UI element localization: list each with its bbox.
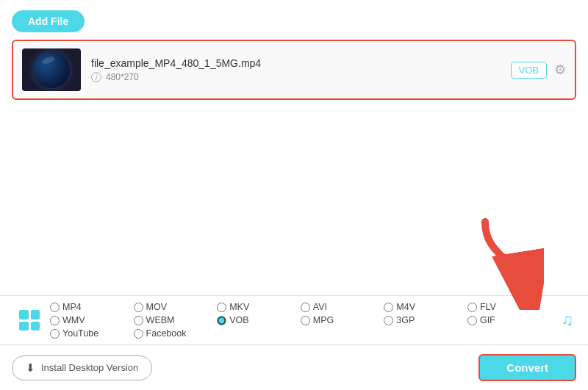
file-list-area: file_example_MP4_480_1_5MG.mp4 i 480*270… [12, 40, 576, 100]
format-badge[interactable]: VOB [511, 62, 547, 79]
radio-flv[interactable]: FLV [467, 302, 551, 312]
install-label: Install Desktop Version [41, 362, 138, 373]
file-actions: VOB ⚙ [511, 62, 566, 79]
format-icon [15, 306, 44, 335]
app-container: Add File file_example_MP4_480_1_5MG.mp4 … [0, 0, 588, 390]
radio-3gp[interactable]: 3GP [384, 315, 467, 325]
top-bar: Add File [0, 0, 588, 40]
radio-gif[interactable]: GIF [467, 315, 551, 325]
radio-avi[interactable]: AVI [301, 302, 384, 312]
add-file-button[interactable]: Add File [12, 10, 85, 32]
radio-mkv[interactable]: MKV [217, 302, 301, 312]
radio-m4v[interactable]: M4V [384, 302, 467, 312]
info-icon[interactable]: i [91, 72, 101, 82]
file-resolution: 480*270 [106, 72, 139, 82]
grid-icon [19, 310, 40, 331]
download-icon: ⬇ [26, 361, 35, 375]
install-desktop-button[interactable]: ⬇ Install Desktop Version [12, 355, 152, 380]
file-item: file_example_MP4_480_1_5MG.mp4 i 480*270… [13, 41, 575, 98]
radio-options: MP4 MOV MKV AVI M4V FLV [50, 302, 551, 339]
file-meta: i 480*270 [91, 72, 501, 82]
radio-mp4[interactable]: MP4 [50, 302, 134, 312]
gear-icon[interactable]: ⚙ [554, 62, 566, 78]
file-info: file_example_MP4_480_1_5MG.mp4 i 480*270 [91, 57, 501, 82]
thumbnail-image [33, 51, 70, 88]
music-note-icon: ♫ [562, 311, 574, 330]
radio-facebook[interactable]: Facebook [134, 328, 218, 339]
bottom-bar: ⬇ Install Desktop Version Convert [0, 344, 588, 390]
radio-wmv[interactable]: WMV [50, 315, 134, 325]
file-name: file_example_MP4_480_1_5MG.mp4 [91, 57, 501, 69]
format-selector: MP4 MOV MKV AVI M4V FLV [0, 295, 588, 344]
radio-youtube[interactable]: YouTube [50, 328, 134, 339]
radio-mpg[interactable]: MPG [301, 315, 384, 325]
radio-vob[interactable]: VOB [217, 315, 301, 325]
radio-webm[interactable]: WEBM [134, 315, 218, 325]
file-thumbnail [22, 48, 81, 91]
convert-button[interactable]: Convert [478, 354, 576, 381]
middle-area [0, 107, 588, 295]
radio-mov[interactable]: MOV [134, 302, 218, 312]
